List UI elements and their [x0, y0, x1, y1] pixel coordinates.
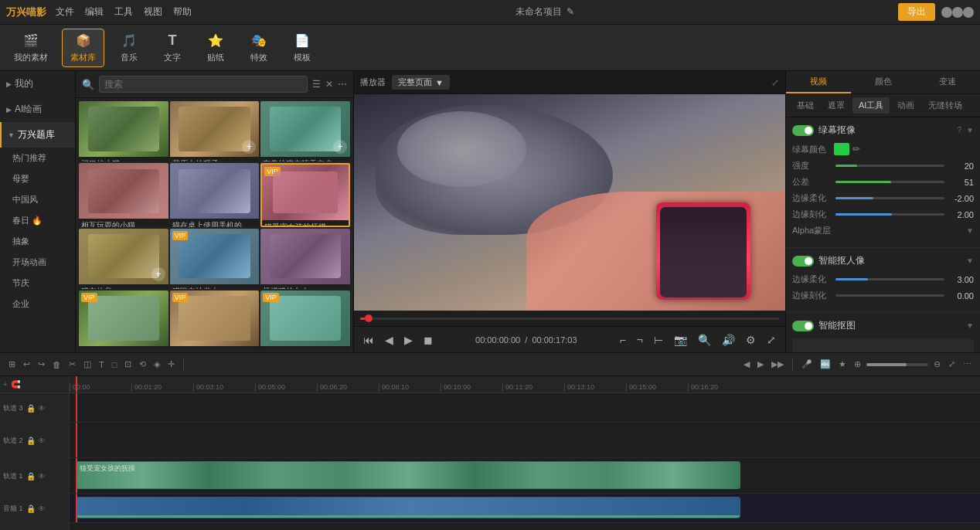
track2-lock-icon[interactable]: 🔒: [26, 437, 36, 445]
tl-next-frame[interactable]: ▶▶: [769, 358, 786, 371]
track3-lock-icon[interactable]: 🔒: [26, 404, 36, 413]
audio-clip[interactable]: [76, 497, 740, 518]
add-track-icon[interactable]: +: [3, 380, 8, 389]
tolerance-slider[interactable]: [835, 181, 944, 183]
tab-video[interactable]: 视频: [786, 71, 851, 93]
toolbar-audio[interactable]: 🎵 音乐: [111, 29, 148, 66]
media-item-9[interactable]: 抚摸猫的白人: [260, 229, 350, 289]
media-add-btn-3[interactable]: +: [333, 140, 347, 154]
keying-toggle[interactable]: [792, 125, 814, 136]
sidebar-abstract[interactable]: 抽象: [0, 231, 75, 252]
tl-text2-icon[interactable]: 🔤: [818, 358, 833, 371]
media-item-12[interactable]: VIP: [260, 290, 350, 349]
tl-effect2-icon[interactable]: ★: [836, 358, 849, 371]
close-button[interactable]: [963, 7, 974, 18]
strength-slider[interactable]: [835, 165, 944, 167]
tl-zoom-out[interactable]: ⊖: [931, 358, 943, 371]
eyedropper-icon[interactable]: ✏: [852, 144, 860, 155]
tl-mic-icon[interactable]: 🎤: [799, 358, 815, 371]
snap-icon[interactable]: 🧲: [11, 380, 20, 389]
track2-eye-icon[interactable]: 👁: [38, 437, 46, 445]
toolbar-stock[interactable]: 📦 素材库: [62, 29, 104, 67]
tl-redo-icon[interactable]: ↪: [36, 358, 47, 371]
sidebar-festival[interactable]: 节庆: [0, 273, 75, 294]
tl-fit-icon[interactable]: ⤢: [946, 358, 958, 371]
tl-play-btn[interactable]: ▶: [755, 358, 766, 371]
tab-color[interactable]: 颜色: [851, 71, 916, 93]
color-swatch[interactable]: [834, 143, 849, 155]
sidebar-pets[interactable]: 母婴: [0, 168, 75, 189]
tl-rect-icon[interactable]: □: [110, 358, 120, 371]
sidebar-mine[interactable]: ▶ 我的: [0, 71, 75, 97]
sidebar-wanxing[interactable]: ▼ 万兴题库: [0, 122, 75, 148]
subtab-transition[interactable]: 无缝转场: [922, 97, 968, 114]
p-edge-hard-slider[interactable]: [835, 294, 944, 297]
sidebar-spring[interactable]: 春日 🔥: [0, 210, 75, 231]
close-icon[interactable]: ✕: [325, 79, 333, 90]
media-item-3[interactable]: + 有趣的猫在晴天在户外玩耍: [260, 101, 350, 161]
play-button[interactable]: ▶: [401, 332, 416, 348]
track-3-content[interactable]: [70, 393, 980, 423]
toolbar-template[interactable]: 📄 模板: [284, 29, 321, 66]
keying-expand-icon[interactable]: ▼: [966, 126, 974, 134]
media-item-1[interactable]: 门口的小猫: [79, 101, 168, 161]
skip-back-button[interactable]: ⏮: [360, 332, 377, 348]
sidebar-popular[interactable]: 热门推荐: [0, 148, 75, 168]
tl-prev-frame[interactable]: ◀: [741, 358, 752, 371]
export-button[interactable]: 导出: [898, 3, 935, 21]
media-item-7[interactable]: + 猫在休息: [79, 229, 168, 289]
menu-view[interactable]: 视图: [144, 5, 162, 19]
split-icon[interactable]: ⊢: [651, 332, 666, 348]
tl-cut-icon[interactable]: ✂: [66, 358, 78, 371]
search-input[interactable]: [99, 76, 308, 93]
tl-zoom-bar[interactable]: [866, 363, 928, 366]
menu-help[interactable]: 帮助: [173, 5, 192, 19]
track1-lock-icon[interactable]: 🔒: [26, 472, 36, 481]
media-add-btn-2[interactable]: +: [242, 140, 256, 154]
sidebar-china[interactable]: 中国风: [0, 189, 75, 210]
sidebar-animation[interactable]: 开场动画: [0, 252, 75, 273]
maximize-button[interactable]: [952, 7, 963, 18]
toolbar-sticker[interactable]: ⭐ 贴纸: [197, 29, 234, 66]
keying-help-icon[interactable]: ?: [958, 126, 962, 134]
toolbar-effect[interactable]: 🎭 特效: [240, 29, 277, 66]
track1-eye-icon[interactable]: 👁: [38, 472, 46, 481]
subtab-anim[interactable]: 动画: [891, 97, 920, 114]
edge-hard-slider[interactable]: [835, 213, 944, 216]
portrait-toggle[interactable]: [792, 256, 814, 267]
tl-keyframe-icon[interactable]: ◈: [151, 358, 162, 371]
settings-icon[interactable]: ⚙: [743, 332, 759, 348]
tl-rotate-icon[interactable]: ⟲: [137, 358, 148, 371]
menu-file[interactable]: 文件: [56, 5, 74, 19]
sidebar-company[interactable]: 企业: [0, 294, 75, 314]
minimize-button[interactable]: [941, 7, 952, 18]
tl-undo-icon[interactable]: ↩: [21, 358, 32, 371]
media-item-4[interactable]: 相互玩耍的小猫: [79, 163, 168, 226]
track-2-content[interactable]: [70, 423, 980, 458]
filter-icon[interactable]: ☰: [312, 79, 321, 90]
clip-end-icon[interactable]: ¬: [634, 332, 646, 348]
tl-plus-icon[interactable]: ✛: [165, 358, 177, 371]
audio-track-content[interactable]: [70, 494, 980, 523]
media-item-8[interactable]: VIP 猫咪在沙发上: [170, 229, 260, 289]
subtab-ai[interactable]: AI工具: [852, 97, 890, 114]
preview-canvas[interactable]: [354, 94, 785, 311]
audio-eye-icon[interactable]: 👁: [38, 505, 46, 513]
tl-split-icon[interactable]: ◫: [81, 358, 94, 371]
media-add-btn-7[interactable]: +: [151, 267, 165, 281]
tab-speed[interactable]: 变速: [915, 71, 980, 93]
bg-removal-toggle[interactable]: [792, 321, 814, 331]
subtab-mask[interactable]: 遮罩: [822, 97, 851, 114]
portrait-expand[interactable]: ▼: [966, 257, 974, 265]
tl-more-icon[interactable]: ⋯: [961, 358, 974, 371]
bg-removal-expand[interactable]: ▼: [966, 321, 974, 330]
preview-mode[interactable]: 完整页面 ▼: [392, 75, 450, 90]
subtab-basic[interactable]: 基础: [791, 97, 820, 114]
media-item-10[interactable]: VIP: [79, 290, 168, 349]
audio-lock-icon[interactable]: 🔒: [26, 505, 36, 513]
p-edge-soft-slider[interactable]: [835, 278, 944, 280]
fullscreen-btn[interactable]: ⤢: [764, 332, 779, 348]
zoom-icon[interactable]: 🔍: [695, 332, 714, 348]
toolbar-media[interactable]: 🎬 我的素材: [6, 29, 56, 66]
main-video-clip[interactable]: 猫受宠女孩的抚摸: [76, 461, 740, 489]
